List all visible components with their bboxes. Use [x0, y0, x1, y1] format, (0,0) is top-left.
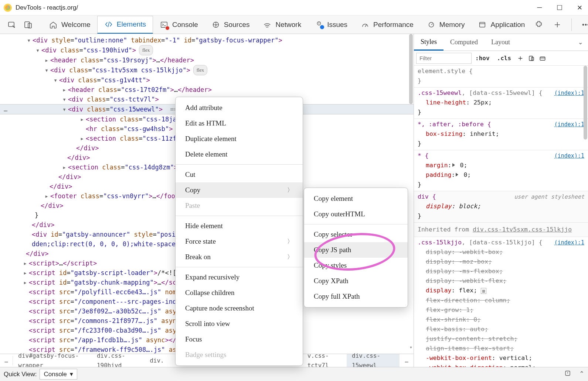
tab-layout[interactable]: Layout [485, 34, 517, 51]
dom-node[interactable]: ▾<div style="outline:none" tabindex="-1"… [0, 35, 414, 45]
extensions-icon[interactable] [531, 16, 546, 34]
tab-performance[interactable]: Performance [354, 16, 420, 34]
styles-scrollbar[interactable] [583, 66, 588, 367]
ctx-edit-as-html[interactable]: Edit as HTML [176, 116, 303, 131]
ctx-badge-settings[interactable]: Badge settings [176, 347, 303, 363]
breadcrumb-item[interactable]: div. [145, 354, 169, 367]
tab-memory[interactable]: Memory [420, 16, 472, 34]
inspect-element-icon[interactable] [4, 16, 20, 34]
css-rule[interactable]: (index):1 *, :after, :before { box-sizin… [414, 119, 588, 150]
ctx-collapse-children[interactable]: Collapse children [176, 285, 303, 301]
tab-sources[interactable]: Sources [205, 16, 256, 34]
breadcrumb-item-selected[interactable]: div.css-15weewl [347, 354, 400, 367]
dom-node[interactable]: ▾<div class="css-1tv5sxm css-15lkjjo">fl… [0, 65, 414, 75]
svg-rect-13 [529, 56, 533, 61]
sub-copy-outerhtml[interactable]: Copy outerHTML [304, 206, 408, 222]
dom-node[interactable]: ▾<div class="css-190hivd">flex [0, 45, 414, 55]
expand-icon[interactable] [452, 163, 455, 167]
minimize-button[interactable]: ─ [536, 4, 543, 12]
maximize-button[interactable]: ☐ [556, 4, 563, 12]
quick-view-label: Quick View: [4, 371, 37, 378]
breadcrumb-overflow-left[interactable]: … [0, 356, 13, 365]
ctx-copy[interactable]: Copy〉 [176, 182, 303, 198]
tab-computed[interactable]: Computed [443, 34, 485, 51]
inherited-from: Inherited from div.css-1tv5sxm.css-15lkj… [414, 223, 588, 237]
more-icon[interactable] [578, 16, 588, 34]
source-link[interactable]: (index):1 [554, 88, 584, 98]
scroll-down-icon[interactable]: ▾ [408, 343, 414, 352]
ctx-add-attribute[interactable]: Add attribute [176, 100, 303, 116]
dom-node[interactable]: ▾<div class="css-g1v4tt"> [0, 75, 414, 85]
flex-editor-icon[interactable]: ▦ [481, 288, 486, 294]
css-rule[interactable]: (index):1 * { margin: 0; padding: 0; } [414, 150, 588, 191]
tab-console[interactable]: Console [153, 16, 205, 34]
tab-elements[interactable]: Elements [97, 16, 153, 34]
breadcrumb-item[interactable]: div.css-190hivd [92, 354, 145, 367]
device-styles-icon[interactable] [526, 55, 537, 62]
ctx-force-state[interactable]: Force state〉 [176, 234, 303, 249]
ctx-scroll-into-view[interactable]: Scroll into view [176, 316, 303, 332]
breadcrumb-item[interactable]: v.css-tctv7l [302, 354, 347, 367]
ctx-delete-element[interactable]: Delete element [176, 147, 303, 162]
breadcrumb-overflow-right[interactable]: … [400, 356, 414, 365]
tab-memory-label: Memory [439, 21, 465, 29]
hov-toggle[interactable]: :hov [472, 55, 493, 62]
expand-quickview-icon[interactable]: ⌃ [579, 370, 584, 378]
context-submenu-copy[interactable]: Copy element Copy outerHTML Copy selecto… [304, 188, 408, 308]
svg-rect-15 [540, 57, 545, 61]
sub-copy-styles[interactable]: Copy styles [304, 258, 408, 273]
styles-rules[interactable]: element.style { } (index):1 .css-15weewl… [414, 66, 588, 367]
ctx-duplicate-element[interactable]: Duplicate element [176, 131, 303, 147]
new-style-rule-icon[interactable] [515, 55, 526, 62]
ctx-break-on[interactable]: Break on〉 [176, 249, 303, 265]
chevron-down-icon[interactable]: ⌄ [573, 39, 588, 46]
ctx-expand-recursively[interactable]: Expand recursively [176, 270, 303, 285]
tab-styles[interactable]: Styles [414, 34, 443, 51]
add-tab-icon[interactable] [550, 16, 565, 34]
ctx-capture-screenshot[interactable]: Capture node screenshot [176, 301, 303, 316]
device-emulation-icon[interactable] [20, 16, 36, 34]
dom-node[interactable]: ▸<header class="css-17t02fm">…</header> [0, 85, 414, 95]
ctx-hide-element[interactable]: Hide element [176, 218, 303, 234]
source-link[interactable]: (index):1 [554, 120, 584, 129]
context-menu[interactable]: Add attribute Edit as HTML Duplicate ele… [175, 97, 303, 366]
toggle-common-rendering-icon[interactable] [537, 55, 548, 62]
ctx-focus[interactable]: Focus [176, 332, 303, 347]
close-button[interactable]: ✕ [576, 4, 583, 12]
issues-shortcut-icon[interactable] [564, 370, 571, 378]
cls-toggle[interactable]: .cls [493, 55, 515, 62]
css-rule[interactable]: element.style { } [414, 66, 588, 87]
dom-scrollbar[interactable]: ▾ [408, 34, 414, 354]
devtools-toolbar: Welcome Elements Console Sources Network… [0, 16, 588, 34]
sub-copy-js-path[interactable]: Copy JS path [304, 242, 408, 258]
console-icon [160, 20, 169, 29]
sub-copy-element[interactable]: Copy element [304, 191, 408, 206]
application-icon [478, 20, 487, 29]
sub-copy-full-xpath[interactable]: Copy full XPath [304, 289, 408, 304]
tab-network[interactable]: Network [256, 16, 308, 34]
inherited-link[interactable]: div.css-1tv5sxm.css-15lkjjo [473, 226, 572, 233]
expand-icon[interactable] [456, 173, 458, 176]
scrollbar-thumb[interactable] [409, 34, 413, 104]
css-rule[interactable]: (index):1 .css-15weewl, [data-css-15weew… [414, 87, 588, 119]
css-rule[interactable]: (index):1 .css-15lkjjo, [data-css-15lkjj… [414, 237, 588, 367]
css-rule-ua[interactable]: user agent stylesheet div { display: blo… [414, 191, 588, 223]
network-icon [263, 20, 272, 29]
tab-welcome[interactable]: Welcome [42, 16, 97, 34]
sub-copy-xpath[interactable]: Copy XPath [304, 273, 408, 289]
scrollbar-thumb[interactable] [584, 66, 587, 140]
source-link[interactable]: (index):1 [554, 238, 584, 247]
source-link[interactable]: (index):1 [554, 151, 584, 161]
flex-badge[interactable]: flex [139, 45, 153, 55]
breadcrumb-item[interactable]: div#gatsby-focus-wrapper [13, 354, 92, 367]
quick-view-selector[interactable]: Console ▾ [40, 369, 77, 380]
chevron-down-icon: ▾ [70, 370, 73, 378]
tab-application[interactable]: Application [471, 16, 531, 34]
dom-node[interactable]: ▸<header class="css-19rsoyj">…</header> [0, 55, 414, 65]
tab-issues[interactable]: Issues [308, 16, 354, 34]
styles-filter-input[interactable] [416, 53, 472, 64]
quick-view-bar: Quick View: Console ▾ ⌃ [0, 367, 588, 381]
sub-copy-selector[interactable]: Copy selector [304, 227, 408, 242]
ctx-cut[interactable]: Cut [176, 167, 303, 182]
flex-badge[interactable]: flex [193, 65, 207, 75]
